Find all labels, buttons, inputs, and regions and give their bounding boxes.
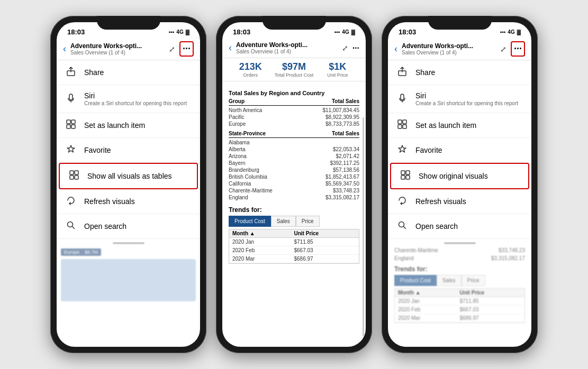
launch-label: Set as launch item [415, 121, 476, 130]
tab-sales[interactable]: Sales [271, 216, 296, 227]
trends-table-row: 2020 Feb $667.03 [395, 306, 524, 314]
menu-item-search[interactable]: Open search [57, 214, 200, 239]
menu-item-siri[interactable]: Siri Create a Siri shortcut for opening … [57, 85, 200, 113]
network-icon: ▪▪▪ [334, 29, 340, 35]
menu-item-share[interactable]: Share [388, 60, 531, 85]
kpi-row: 213K Orders $97M Total Product Cost $1K … [222, 58, 366, 81]
back-button[interactable]: ‹ [227, 41, 234, 54]
siri-sublabel: Create a Siri shortcut for opening this … [415, 100, 518, 106]
menu-item-search[interactable]: Open search [388, 214, 531, 239]
trends-table-header: Month ▲ Unit Price [229, 229, 359, 238]
trends-label: Trends for: [394, 265, 525, 273]
menu-item-launch[interactable]: Set as launch item [57, 113, 200, 138]
star-icon [65, 144, 77, 156]
more-options-button[interactable]: ··· [179, 41, 194, 57]
svg-rect-11 [398, 120, 402, 124]
menu-item-siri[interactable]: Siri Create a Siri shortcut for opening … [388, 85, 531, 113]
network-label: 4G [342, 29, 349, 35]
report-title: Adventure Works-opti... [70, 42, 167, 50]
siri-icon [65, 93, 77, 105]
charente-row: Charente-Maritime $33,748.23 [394, 246, 525, 254]
expand-icon[interactable]: ⤢ [342, 44, 348, 52]
col-total-sales: Total Sales [332, 98, 359, 104]
col-unit-price: Unit Price [294, 230, 356, 236]
right-trends: Trends for: Product Cost Sales Price Mon… [394, 265, 525, 323]
search-label: Open search [415, 222, 458, 230]
trends-table-row: 2020 Mar $686.97 [395, 314, 524, 322]
back-button[interactable]: ‹ [61, 42, 68, 56]
network-icon: ▪▪▪ [500, 29, 506, 35]
middle-phone-wrapper: 18:03 ▪▪▪ 4G ▓ ‹ Adventure Works-opti...… [216, 16, 372, 353]
phone-screen: 18:03 ▪▪▪ 4G ▓ ‹ Adventure Works-opti...… [388, 22, 531, 347]
trends-table-row: 2020 Jan $711.85 [395, 297, 524, 306]
status-icons: ▪▪▪ 4G ▓ [169, 29, 189, 35]
favorite-text: Favorite [415, 146, 442, 154]
tables-icon [68, 170, 80, 182]
favorite-label: Favorite [84, 146, 111, 154]
bg-content: Europe $8.7M [57, 246, 200, 347]
table-row: Alberta$22,053.34 [229, 146, 359, 153]
state-table: State-Province Total Sales Alabama Alber… [229, 131, 359, 201]
kpi-product-cost: $97M Total Product Cost [272, 61, 315, 78]
menu-item-tables[interactable]: Show all visuals as tables [59, 163, 198, 189]
table-row: British Columbia$1,852,413.67 [229, 173, 359, 180]
more-options-button[interactable]: ··· [511, 41, 525, 57]
search-text: Open search [84, 222, 126, 230]
menu-item-originals[interactable]: Show original visuals [390, 163, 529, 189]
search-icon [65, 220, 77, 232]
tab-price[interactable]: Price [296, 216, 320, 227]
cell-pac-val: $8,922,309.95 [325, 114, 359, 120]
kpi-product-cost-label: Total Product Cost [272, 72, 315, 78]
share-icon [65, 67, 77, 78]
back-button[interactable]: ‹ [392, 42, 400, 56]
menu-item-refresh[interactable]: Refresh visuals [57, 189, 200, 214]
table-header: State-Province Total Sales [229, 131, 359, 138]
menu-item-refresh[interactable]: Refresh visuals [388, 189, 531, 214]
share-text: Share [415, 68, 435, 77]
menu-item-favorite[interactable]: Favorite [57, 138, 200, 163]
report-content: Total Sales by Region and Country Group … [222, 86, 366, 347]
trends-table-header: Month ▲ Unit Price [395, 289, 524, 297]
menu-content: Share Siri Create a Siri shortcut for op… [388, 60, 531, 347]
svg-rect-12 [403, 120, 406, 124]
expand-icon[interactable]: ⤢ [169, 45, 175, 53]
right-bg-content: Charente-Maritime $33,748.23 England $3,… [388, 246, 531, 347]
col-total-sales2: Total Sales [332, 131, 359, 136]
app-header: ‹ Adventure Works-opti... Sales Overview… [388, 39, 531, 60]
siri-label: Siri [415, 91, 518, 100]
right-phone: 18:03 ▪▪▪ 4G ▓ ‹ Adventure Works-opti...… [382, 16, 538, 353]
col-state: State-Province [229, 131, 266, 136]
menu-content: Share Siri Create a Siri shortcut for op… [57, 60, 200, 347]
left-phone: 18:03 ▪▪▪ 4G ▓ ‹ Adventure Works-opti...… [50, 16, 206, 353]
star-icon [396, 144, 408, 156]
expand-icon[interactable]: ⤢ [500, 45, 506, 53]
kpi-unit-price: $1K Unit Price [316, 61, 359, 78]
table-row: Brandenburg$57,138.56 [229, 167, 359, 173]
refresh-text: Refresh visuals [84, 197, 135, 206]
launch-label: Set as launch item [84, 121, 145, 130]
header-icons: ⤢ ··· [342, 43, 359, 53]
originals-text: Show original visuals [419, 172, 488, 180]
left-phone-wrapper: 18:03 ▪▪▪ 4G ▓ ‹ Adventure Works-opti...… [50, 16, 206, 353]
network-label: 4G [508, 29, 514, 35]
tab-sales: Sales [437, 275, 462, 286]
menu-item-favorite[interactable]: Favorite [388, 138, 531, 163]
table-row: North America $11,007,834.45 [229, 107, 359, 114]
header-icons: ⤢ ··· [500, 41, 525, 57]
svg-rect-6 [75, 171, 78, 174]
menu-item-launch[interactable]: Set as launch item [388, 113, 531, 138]
notch [428, 16, 492, 30]
status-icons: ▪▪▪ 4G ▓ [334, 29, 355, 35]
share-label: Share [415, 68, 435, 77]
tab-product-cost[interactable]: Product Cost [229, 216, 271, 227]
report-title: Adventure Works-opti... [402, 42, 498, 50]
more-options-button[interactable]: ··· [352, 43, 359, 53]
battery-icon: ▓ [351, 29, 355, 35]
phone-screen: 18:03 ▪▪▪ 4G ▓ ‹ Adventure Works-opti...… [57, 22, 200, 347]
launch-icon [396, 119, 408, 131]
menu-item-share[interactable]: Share [57, 60, 200, 85]
siri-icon [396, 93, 408, 105]
status-time: 18:03 [67, 28, 85, 36]
refresh-label: Refresh visuals [415, 197, 466, 206]
svg-rect-14 [403, 125, 406, 128]
